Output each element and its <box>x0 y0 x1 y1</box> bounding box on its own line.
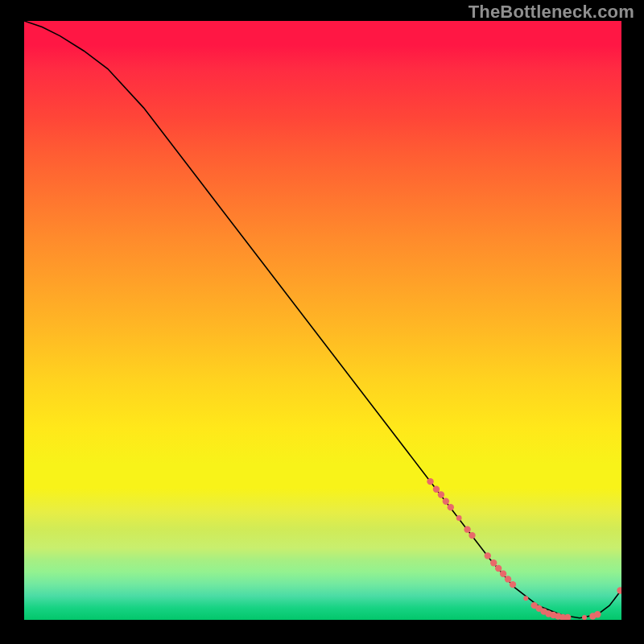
highlight-dot <box>594 611 601 617</box>
chart-frame: TheBottleneck.com <box>0 0 644 644</box>
highlight-dot <box>469 532 475 539</box>
highlight-dot <box>617 587 621 593</box>
highlight-dot <box>505 576 511 582</box>
highlight-dot <box>443 497 449 504</box>
chart-svg <box>24 21 621 620</box>
highlight-dot <box>438 491 444 497</box>
watermark-text: TheBottleneck.com <box>469 2 634 23</box>
highlight-dot <box>510 581 516 588</box>
highlight-dot <box>427 478 433 485</box>
highlight-dot <box>564 614 571 620</box>
highlight-dot <box>433 486 440 493</box>
highlight-dot <box>495 565 502 572</box>
highlight-dot <box>582 615 587 620</box>
highlight-dot <box>500 571 506 577</box>
highlight-dot <box>485 552 491 559</box>
highlight-dots-group <box>427 478 621 620</box>
highlight-dot <box>464 526 470 532</box>
highlight-dot <box>523 596 528 601</box>
highlight-dot <box>456 515 462 521</box>
highlight-dot <box>490 559 497 566</box>
bottleneck-curve <box>24 21 621 618</box>
highlight-dot <box>448 504 454 510</box>
plot-area <box>24 21 621 620</box>
